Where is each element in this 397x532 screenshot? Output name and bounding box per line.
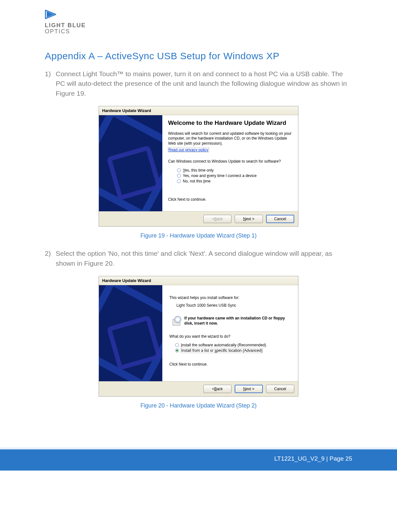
back-button[interactable]: < Back: [203, 215, 231, 223]
dialog1-intro: Windows will search for current and upda…: [168, 131, 292, 146]
dialog1-heading: Welcome to the Hardware Update Wizard: [168, 119, 292, 127]
step-2-number: 2): [45, 249, 51, 258]
brand-line1: LIGHT BLUE: [45, 22, 352, 28]
step-2-text: Select the option 'No, not this time' an…: [56, 250, 332, 267]
hardware-wizard-dialog-1: Hardware Update Wizard Welcome to the Ha…: [99, 106, 298, 227]
radio-no[interactable]: No, not this time: [177, 179, 292, 183]
radio-yes-always[interactable]: Yes, now and every time I connect a devi…: [177, 173, 292, 178]
radio-install-advanced[interactable]: Install from a list or specific location…: [175, 348, 291, 353]
dialog2-cd-text: If your hardware came with an installati…: [184, 316, 291, 326]
step-2: 2) Select the option 'No, not this time'…: [45, 249, 352, 268]
cd-icon: [173, 316, 181, 326]
radio-icon: [177, 174, 181, 178]
dialog1-question: Can Windows connect to Windows Update to…: [168, 159, 292, 164]
radio-icon: [175, 349, 179, 352]
back-button[interactable]: < Back: [203, 385, 231, 393]
figure-20-caption: Figure 20 - Hardware Update Wizard (Step…: [45, 402, 352, 409]
dialog1-side-graphic: [99, 115, 162, 211]
dialog1-titlebar: Hardware Update Wizard: [99, 106, 298, 115]
footer-text: LT1221_UG_V2_9 | Page 25: [274, 455, 352, 462]
dialog1-continue: Click Next to continue.: [168, 197, 292, 202]
dialog2-line1: This wizard helps you install software f…: [169, 295, 291, 300]
next-button[interactable]: Next >: [235, 215, 263, 223]
radio-icon: [177, 179, 181, 183]
radio-yes-once[interactable]: Yes, this time only: [177, 168, 292, 173]
radio-icon: [177, 168, 181, 172]
step-1: 1) Connect Light Touch™ to mains power, …: [45, 69, 352, 98]
brand-line2: OPTICS: [45, 28, 352, 35]
cancel-button[interactable]: Cancel: [266, 215, 294, 223]
radio-install-auto[interactable]: Install the software automatically (Reco…: [175, 343, 291, 347]
privacy-policy-link[interactable]: Read our privacy policy: [168, 148, 209, 152]
step-1-number: 1): [45, 69, 51, 79]
next-button[interactable]: Next >: [235, 385, 263, 393]
hardware-wizard-dialog-2: Hardware Update Wizard This wizard helps…: [99, 276, 298, 397]
dialog2-side-graphic: [99, 285, 162, 381]
dialog2-titlebar: Hardware Update Wizard: [99, 276, 298, 285]
page-footer: LT1221_UG_V2_9 | Page 25: [0, 447, 397, 471]
dialog2-device: Light Touch 1000 Series USB Sync: [176, 303, 291, 308]
cancel-button[interactable]: Cancel: [266, 385, 294, 393]
dialog2-question: What do you want the wizard to do?: [169, 334, 291, 339]
step-1-text: Connect Light Touch™ to mains power, tur…: [56, 70, 347, 97]
page-title: Appendix A – ActiveSync USB Setup for Wi…: [45, 51, 352, 61]
dialog2-continue: Click Next to continue.: [169, 362, 291, 367]
figure-19-caption: Figure 19 - Hardware Update Wizard (Step…: [45, 232, 352, 239]
radio-icon: [175, 343, 179, 347]
triangle-icon: [45, 10, 58, 19]
brand-logo: LIGHT BLUE OPTICS: [45, 10, 352, 35]
